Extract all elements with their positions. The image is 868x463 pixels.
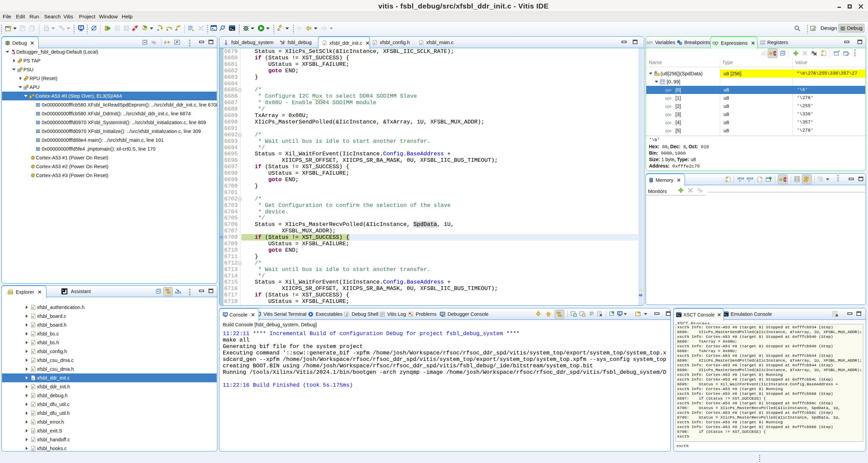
svg-text:(x)=: (x)=	[665, 129, 671, 133]
svg-text:(x)=: (x)=	[665, 113, 671, 117]
svg-text:1010: 1010	[746, 177, 753, 180]
svg-text:J: J	[346, 312, 348, 316]
svg-text:(x)=: (x)=	[665, 121, 671, 125]
svg-text:(x)=: (x)=	[665, 104, 671, 109]
svg-text:(x)=: (x)=	[665, 96, 671, 100]
svg-text:x=: x=	[715, 43, 717, 46]
svg-text:1010: 1010	[737, 177, 744, 180]
svg-text:(x)=: (x)=	[647, 41, 653, 44]
svg-text:0101: 0101	[760, 42, 765, 45]
svg-text:i: i	[164, 40, 166, 45]
svg-text:(x)=: (x)=	[665, 88, 671, 92]
